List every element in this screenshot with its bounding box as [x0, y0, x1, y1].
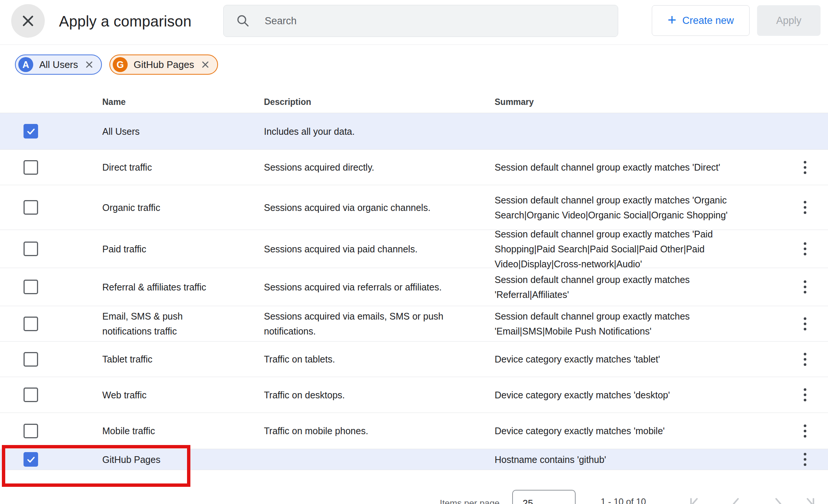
row-summary: Session default channel group exactly ma…	[495, 227, 753, 271]
row-description: Sessions acquired via organic channels.	[264, 200, 430, 215]
row-name: Organic traffic	[102, 200, 160, 215]
row-summary: Session default channel group exactly ma…	[495, 272, 753, 302]
table-row[interactable]: GitHub Pages Hostname contains 'github'	[0, 449, 828, 470]
close-button[interactable]	[11, 4, 45, 38]
row-checkbox[interactable]	[24, 352, 38, 367]
table-row[interactable]: All Users Includes all your data.	[0, 113, 828, 150]
table-row[interactable]: Email, SMS & push notifications traffic …	[0, 306, 828, 342]
search-input[interactable]	[264, 15, 608, 27]
chip-label: GitHub Pages	[134, 59, 194, 71]
chevron-right-icon	[770, 496, 786, 504]
search-box	[223, 5, 618, 37]
row-menu-button[interactable]	[800, 239, 810, 259]
row-description: Traffic on mobile phones.	[264, 423, 368, 438]
row-name: Direct traffic	[102, 160, 152, 175]
create-new-label: Create new	[682, 15, 734, 27]
search-icon	[233, 13, 250, 28]
row-checkbox[interactable]	[24, 200, 38, 215]
column-header-summary: Summary	[495, 91, 782, 113]
comparison-chips: A All Users G GitHub Pages	[15, 55, 218, 75]
row-summary: Session default channel group exactly ma…	[495, 160, 720, 175]
next-page-button[interactable]	[770, 496, 786, 504]
table-row[interactable]: Paid traffic Sessions acquired via paid …	[0, 230, 828, 268]
table-row[interactable]: Referral & affiliates traffic Sessions a…	[0, 268, 828, 306]
row-description: Traffic on desktops.	[264, 388, 345, 402]
chip-all-users: A All Users	[15, 55, 102, 75]
table-row[interactable]: Direct traffic Sessions acquired directl…	[0, 150, 828, 185]
table-header: Name Description Summary	[0, 91, 828, 113]
first-page-button[interactable]	[686, 496, 703, 504]
row-summary: Device category exactly matches 'mobile'	[495, 423, 665, 438]
row-summary: Hostname contains 'github'	[495, 452, 606, 467]
table-row[interactable]: Organic traffic Sessions acquired via or…	[0, 185, 828, 230]
close-icon	[200, 59, 211, 70]
row-menu-button[interactable]	[800, 385, 810, 405]
row-description: Includes all your data.	[264, 124, 355, 139]
row-description: Traffic on tablets.	[264, 352, 335, 367]
row-checkbox[interactable]	[24, 424, 38, 438]
remove-chip-button[interactable]	[84, 59, 94, 70]
page-size-value: 25	[523, 498, 533, 504]
table-row[interactable]: Tablet traffic Traffic on tablets. Devic…	[0, 342, 828, 377]
row-name: Referral & affiliates traffic	[102, 280, 206, 295]
pagination-range: 1 - 10 of 10	[601, 497, 646, 504]
row-checkbox[interactable]	[24, 242, 38, 256]
remove-chip-button[interactable]	[200, 59, 211, 70]
row-menu-button[interactable]	[800, 349, 810, 370]
row-summary: Device category exactly matches 'desktop…	[495, 388, 670, 402]
paginator: Items per page 25 1 - 10 of 10	[0, 485, 828, 504]
table-row[interactable]: Web traffic Traffic on desktops. Device …	[0, 377, 828, 413]
row-checkbox[interactable]	[24, 317, 38, 331]
dialog-title: Apply a comparison	[59, 0, 192, 44]
plus-icon: +	[667, 12, 676, 27]
row-description: Sessions acquired via emails, SMS or pus…	[264, 309, 452, 339]
dialog-toolbar: Apply a comparison + Create new Apply	[0, 0, 828, 45]
last-page-icon	[802, 496, 818, 504]
column-header-description: Description	[264, 91, 495, 113]
chip-label: All Users	[39, 59, 78, 71]
github-pages-avatar: G	[113, 57, 128, 72]
apply-comparison-dialog: Apply a comparison + Create new Apply A …	[0, 0, 828, 504]
items-per-page-label: Items per page	[440, 498, 499, 504]
column-header-name: Name	[102, 91, 264, 113]
row-menu-button[interactable]	[800, 157, 810, 178]
close-icon	[84, 59, 94, 70]
last-page-button[interactable]	[802, 496, 818, 504]
all-users-avatar: A	[18, 57, 33, 72]
chip-github-pages: G GitHub Pages	[109, 55, 218, 75]
row-checkbox[interactable]	[24, 452, 38, 467]
row-name: Email, SMS & push notifications traffic	[102, 309, 232, 339]
row-name: GitHub Pages	[102, 452, 161, 467]
chevron-left-icon	[728, 496, 744, 504]
row-description: Sessions acquired directly.	[264, 160, 374, 175]
table-row[interactable]: Mobile traffic Traffic on mobile phones.…	[0, 413, 828, 449]
close-icon	[21, 13, 35, 28]
row-checkbox[interactable]	[24, 124, 38, 139]
row-checkbox[interactable]	[24, 280, 38, 294]
row-name: Paid traffic	[102, 242, 146, 256]
checkmark-icon	[25, 126, 37, 137]
row-menu-button[interactable]	[800, 197, 810, 218]
first-page-icon	[686, 496, 703, 504]
row-name: All Users	[102, 124, 140, 139]
row-menu-button[interactable]	[800, 277, 810, 297]
row-description: Sessions acquired via paid channels.	[264, 242, 417, 256]
row-checkbox[interactable]	[24, 388, 38, 402]
row-menu-button[interactable]	[800, 421, 810, 441]
row-description: Sessions acquired via referrals or affil…	[264, 280, 442, 295]
row-name: Mobile traffic	[102, 423, 155, 438]
previous-page-button[interactable]	[728, 496, 744, 504]
row-name: Web traffic	[102, 388, 147, 402]
row-summary: Session default channel group exactly ma…	[495, 193, 753, 223]
row-menu-button[interactable]	[800, 314, 810, 334]
comparisons-table: Name Description Summary All Users Inclu…	[0, 91, 828, 470]
checkmark-icon	[25, 454, 37, 465]
create-new-button[interactable]: + Create new	[652, 5, 750, 36]
row-checkbox[interactable]	[24, 160, 38, 175]
row-name: Tablet traffic	[102, 352, 152, 367]
apply-button[interactable]: Apply	[757, 5, 821, 36]
page-size-select[interactable]: 25	[512, 490, 576, 504]
row-menu-button[interactable]	[800, 449, 810, 470]
row-summary: Device category exactly matches 'tablet'	[495, 352, 660, 367]
row-summary: Session default channel group exactly ma…	[495, 309, 753, 339]
